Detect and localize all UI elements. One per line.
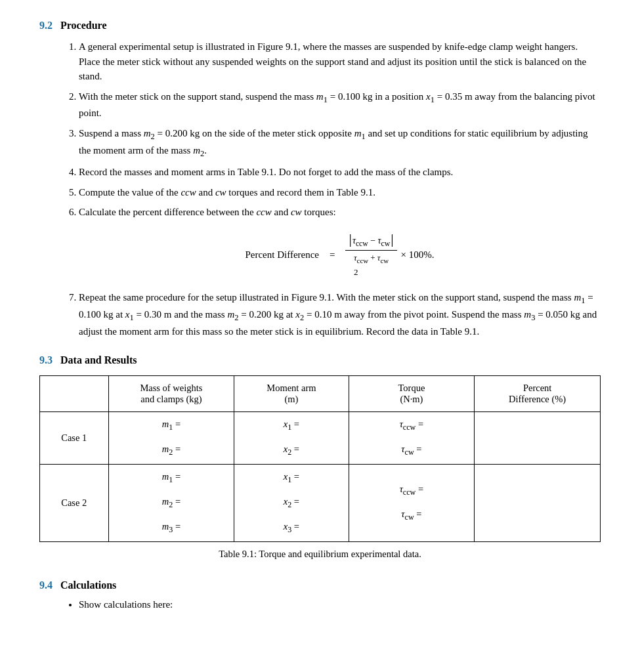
section-93-number: 9.3: [39, 354, 53, 366]
section-94: 9.4 Calculations Show calculations here:: [39, 579, 601, 610]
section-93-title: Data and Results: [60, 354, 137, 366]
calculations-item-1: Show calculations here:: [79, 599, 601, 610]
case1-mass: m1 = m2 =: [108, 412, 234, 465]
percent-difference-formula: Percent Difference = |τccw − τcw| τccw +…: [79, 232, 601, 279]
table-row-case2: Case 2 m1 = m2 = m3 = x1 = x2 = x3 = τcc…: [40, 465, 601, 542]
col-header-moment: Moment arm(m): [234, 376, 349, 412]
procedure-step-6: Calculate the percent difference between…: [79, 205, 601, 278]
formula-label: Percent Difference: [245, 247, 319, 262]
case2-moment: x1 = x2 = x3 =: [234, 465, 349, 542]
formula-fraction: |τccw − τcw| τccw + τcw 2: [345, 232, 396, 279]
procedure-step-1: A general experimental setup is illustra…: [79, 39, 601, 84]
section-92-header: 9.2 Procedure: [39, 20, 601, 32]
procedure-step-4: Record the masses and moment arms in Tab…: [79, 165, 601, 180]
section-94-header: 9.4 Calculations: [39, 579, 601, 591]
case2-percent: [475, 465, 601, 542]
section-92-title: Procedure: [60, 20, 107, 32]
case1-moment: x1 = x2 =: [234, 412, 349, 465]
table-row-case1: Case 1 m1 = m2 = x1 = x2 = τccw = τcw =: [40, 412, 601, 465]
case2-mass: m1 = m2 = m3 =: [108, 465, 234, 542]
table-header-row: Mass of weightsand clamps (kg) Moment ar…: [40, 376, 601, 412]
table-caption: Table 9.1: Torque and equilibrium experi…: [39, 549, 601, 560]
case1-percent: [475, 412, 601, 465]
section-94-title: Calculations: [60, 579, 116, 591]
case1-label: Case 1: [40, 412, 109, 465]
case1-torque: τccw = τcw =: [349, 412, 475, 465]
procedure-step-3: Suspend a mass m2 = 0.200 kg on the side…: [79, 126, 601, 160]
col-header-empty: [40, 376, 109, 412]
procedure-step-7: Repeat the same procedure for the setup …: [79, 290, 601, 339]
section-93: 9.3 Data and Results Mass of weightsand …: [39, 354, 601, 559]
data-results-table: Mass of weightsand clamps (kg) Moment ar…: [39, 375, 601, 541]
procedure-list: A general experimental setup is illustra…: [79, 39, 601, 339]
section-92-number: 9.2: [39, 20, 53, 32]
calculations-list: Show calculations here:: [79, 599, 601, 610]
case2-label: Case 2: [40, 465, 109, 542]
col-header-torque: Torque(N·m): [349, 376, 475, 412]
procedure-step-2: With the meter stick on the support stan…: [79, 89, 601, 121]
section-93-header: 9.3 Data and Results: [39, 354, 601, 366]
col-header-percent: PercentDifference (%): [475, 376, 601, 412]
section-94-number: 9.4: [39, 579, 53, 591]
case2-torque: τccw = τcw =: [349, 465, 475, 542]
procedure-step-5: Compute the value of the ccw and cw torq…: [79, 185, 601, 200]
col-header-mass: Mass of weightsand clamps (kg): [108, 376, 234, 412]
